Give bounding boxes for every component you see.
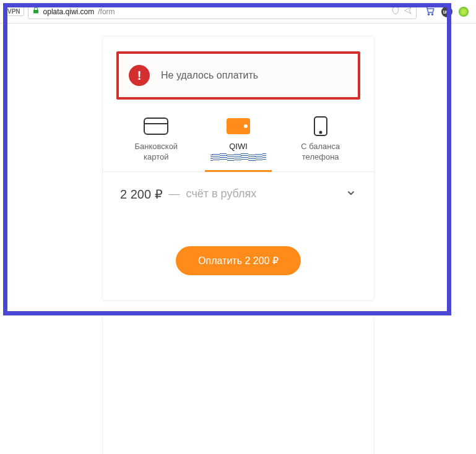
- error-icon: !: [129, 65, 150, 86]
- browser-toolbar-icons: uO: [420, 5, 472, 19]
- svg-rect-2: [144, 118, 168, 134]
- wallet-icon: [200, 116, 277, 137]
- phone-icon: [282, 116, 359, 137]
- page-content: ! Не удалось оплатить Банковскойкартой Q…: [0, 24, 476, 454]
- ublock-icon[interactable]: uO: [441, 6, 452, 17]
- account-separator: —: [169, 187, 180, 200]
- browser-address-bar: VPN oplata.qiwi.com/form uO: [0, 0, 476, 24]
- payment-card: ! Не удалось оплатить Банковскойкартой Q…: [102, 36, 374, 301]
- url-input[interactable]: oplata.qiwi.com/form: [28, 4, 417, 19]
- pay-button[interactable]: Оплатить 2 200 ₽: [176, 246, 301, 275]
- url-domain: oplata.qiwi.com: [43, 7, 95, 16]
- tab-bank-card[interactable]: Банковскойкартой: [115, 112, 197, 171]
- tab-card-label: Банковскойкартой: [118, 142, 195, 163]
- active-tab-indicator: [205, 170, 272, 172]
- send-icon[interactable]: [404, 6, 412, 17]
- account-amount: 2 200 ₽: [120, 187, 163, 202]
- error-banner: ! Не удалось оплатить: [116, 51, 360, 100]
- account-selector[interactable]: 2 200 ₽ — счёт в рублях: [103, 172, 374, 216]
- tab-phone-balance[interactable]: С балансателефона: [279, 112, 361, 171]
- tab-qiwi-account: [200, 153, 277, 162]
- card-icon: [118, 116, 195, 137]
- lock-icon: [32, 7, 40, 16]
- tab-qiwi-label: QIWI: [200, 142, 277, 152]
- tab-qiwi[interactable]: QIWI: [197, 112, 280, 171]
- error-message: Не удалось оплатить: [161, 70, 258, 81]
- svg-point-5: [244, 124, 248, 128]
- adguard-icon[interactable]: [459, 7, 469, 17]
- cart-icon[interactable]: [424, 5, 435, 19]
- svg-point-1: [431, 13, 433, 14]
- svg-point-7: [319, 132, 321, 134]
- chevron-down-icon: [345, 187, 357, 201]
- payment-method-tabs: Банковскойкартой QIWI С балансателефона: [103, 111, 374, 171]
- svg-point-0: [428, 13, 429, 14]
- account-description: счёт в рублях: [186, 187, 257, 200]
- url-path: /form: [98, 7, 115, 16]
- card-continuation: [102, 317, 374, 454]
- shield-icon[interactable]: [391, 6, 400, 17]
- vpn-badge: VPN: [4, 7, 24, 16]
- tab-phone-label: С балансателефона: [282, 142, 359, 163]
